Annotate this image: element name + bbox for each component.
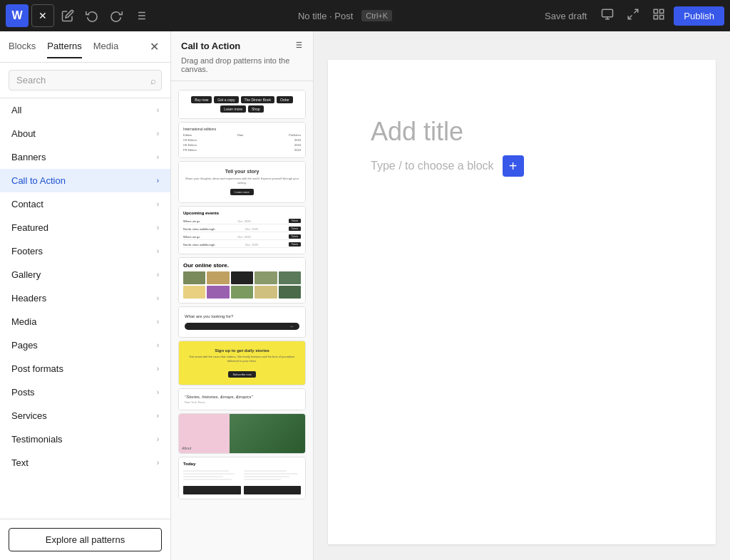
sidebar-item-banners[interactable]: Banners ›	[0, 145, 170, 169]
svg-line-10	[629, 16, 632, 19]
sidebar-item-about[interactable]: About ›	[0, 122, 170, 145]
sidebar-item-testimonials[interactable]: Testimonials ›	[0, 427, 170, 451]
keyboard-shortcut: Ctrl+K	[361, 10, 392, 21]
edit-icon[interactable]	[57, 5, 78, 26]
chevron-right-icon: ›	[157, 388, 159, 396]
chevron-right-icon-active: ›	[157, 177, 159, 185]
explore-all-patterns-button[interactable]: Explore all patterns	[9, 528, 162, 551]
add-title-placeholder[interactable]: Add title	[371, 117, 673, 147]
fullscreen-icon[interactable]	[622, 4, 644, 28]
chevron-right-icon: ›	[157, 247, 159, 255]
add-block-button[interactable]: +	[503, 155, 524, 177]
type-hint: Type / to choose a block +	[371, 155, 673, 177]
chevron-right-icon: ›	[157, 200, 159, 208]
chevron-right-icon: ›	[157, 130, 159, 138]
svg-line-9	[634, 9, 638, 13]
sidebar-item-posts[interactable]: Posts ›	[0, 380, 170, 404]
svg-rect-11	[654, 9, 658, 13]
chevron-right-icon: ›	[157, 224, 159, 232]
toolbar-right: Save draft Publish	[539, 4, 724, 28]
svg-rect-12	[660, 9, 664, 13]
chevron-right-icon: ›	[157, 435, 159, 443]
tab-media[interactable]: Media	[93, 35, 118, 58]
sidebar-item-media[interactable]: Media ›	[0, 310, 170, 333]
pattern-thumb-6[interactable]: What are you looking for? →	[178, 306, 306, 338]
svg-rect-13	[660, 16, 664, 19]
pattern-thumb-4[interactable]: Upcoming events Where we go Dec. 2020 Ti…	[178, 206, 306, 254]
page-title: No title · Post	[298, 11, 353, 21]
sidebar-nav: All › About › Banners › Call to Action ›…	[0, 98, 170, 519]
sidebar-item-gallery[interactable]: Gallery ›	[0, 263, 170, 286]
chevron-right-icon: ›	[157, 318, 159, 326]
sidebar-item-call-to-action[interactable]: Call to Action ›	[0, 169, 170, 192]
search-icon: ⌕	[150, 75, 156, 85]
filter-icon[interactable]	[293, 40, 303, 52]
toolbar: W ✕ No title · Post Ctrl+K Save draft Pu…	[0, 0, 730, 31]
pattern-thumb-2[interactable]: International editions Edition Date Publ…	[178, 122, 306, 158]
sidebar-search-area: ⌕	[0, 63, 170, 98]
chevron-right-icon: ›	[157, 153, 159, 161]
chevron-right-icon: ›	[157, 365, 159, 373]
patterns-subtitle: Drag and drop patterns into the canvas.	[171, 55, 313, 81]
undo-icon[interactable]	[81, 5, 103, 26]
sidebar-footer: Explore all patterns	[0, 519, 170, 560]
svg-rect-14	[654, 16, 658, 19]
sidebar-item-text[interactable]: Text ›	[0, 451, 170, 475]
svg-rect-6	[602, 9, 613, 17]
editor-area[interactable]: Add title Type / to choose a block +	[314, 31, 730, 560]
patterns-list: Buy now Get a copy The Dinner Book Order…	[171, 81, 313, 560]
main-layout: Blocks Patterns Media ✕ ⌕ All › About › …	[0, 31, 730, 560]
settings-icon[interactable]	[648, 4, 669, 28]
sidebar-item-featured[interactable]: Featured ›	[0, 216, 170, 239]
search-wrapper: ⌕	[9, 70, 162, 90]
editor-canvas: Add title Type / to choose a block +	[328, 60, 716, 544]
chevron-right-icon: ›	[157, 294, 159, 302]
pattern-thumb-1[interactable]: Buy now Get a copy The Dinner Book Order…	[178, 90, 306, 119]
toolbar-center: No title · Post Ctrl+K	[154, 10, 536, 21]
sidebar-tabs: Blocks Patterns Media ✕	[0, 31, 170, 63]
pattern-thumb-5[interactable]: Our online store.	[178, 257, 306, 304]
x-button[interactable]: ✕	[31, 4, 54, 27]
pattern-thumb-10[interactable]: Today	[178, 457, 306, 499]
sidebar: Blocks Patterns Media ✕ ⌕ All › About › …	[0, 31, 171, 560]
search-input[interactable]	[9, 70, 162, 90]
toolbar-title-area[interactable]: No title · Post Ctrl+K	[298, 10, 392, 21]
chevron-right-icon: ›	[157, 271, 159, 279]
wp-logo[interactable]: W	[6, 4, 29, 27]
tab-patterns[interactable]: Patterns	[47, 35, 81, 58]
publish-button[interactable]: Publish	[674, 6, 724, 26]
chevron-right-icon: ›	[157, 412, 159, 420]
pattern-thumb-9[interactable]: About	[178, 413, 306, 454]
tab-blocks[interactable]: Blocks	[9, 35, 36, 58]
sidebar-item-all[interactable]: All ›	[0, 98, 170, 122]
sidebar-item-post-formats[interactable]: Post formats ›	[0, 357, 170, 380]
pattern-thumb-3[interactable]: Tell your story Share your thoughts, ide…	[178, 161, 306, 203]
chevron-right-icon: ›	[157, 341, 159, 349]
preview-icon[interactable]	[597, 4, 618, 28]
sidebar-item-headers[interactable]: Headers ›	[0, 286, 170, 310]
pattern-thumb-7[interactable]: Sign up to get daily stories Get smart w…	[178, 341, 306, 385]
chevron-right-icon: ›	[157, 106, 159, 114]
sidebar-item-footers[interactable]: Footers ›	[0, 239, 170, 263]
sidebar-item-services[interactable]: Services ›	[0, 404, 170, 427]
patterns-panel: Call to Action Drag and drop patterns in…	[171, 31, 314, 560]
patterns-header: Call to Action	[171, 31, 313, 55]
sidebar-item-pages[interactable]: Pages ›	[0, 333, 170, 357]
save-draft-button[interactable]: Save draft	[539, 6, 592, 26]
list-icon[interactable]	[130, 5, 151, 26]
sidebar-item-contact[interactable]: Contact ›	[0, 192, 170, 216]
sidebar-close-button[interactable]: ✕	[147, 37, 162, 56]
chevron-right-icon: ›	[157, 459, 159, 467]
patterns-title: Call to Action	[181, 41, 240, 51]
redo-icon[interactable]	[106, 5, 127, 26]
pattern-thumb-8[interactable]: "Stories, histories, &maps, &tropics" Ne…	[178, 388, 306, 410]
